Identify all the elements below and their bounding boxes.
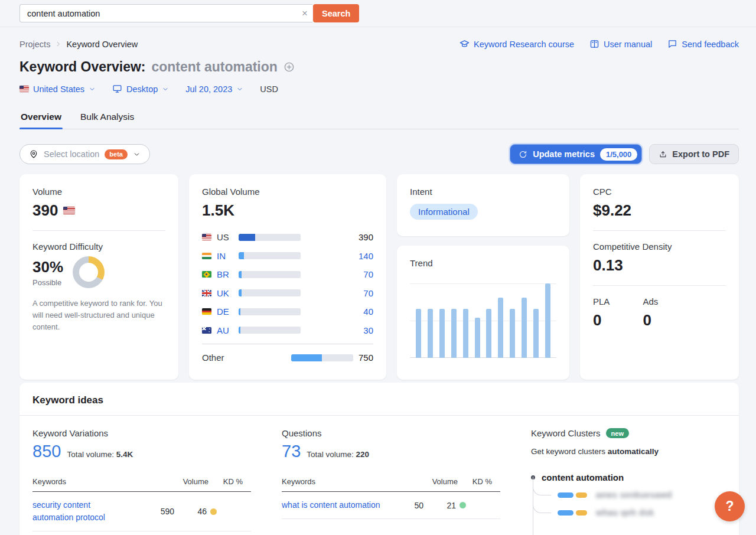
country-volume-value[interactable]: 40 — [363, 306, 373, 317]
breadcrumb-current: Keyword Overview — [66, 40, 138, 49]
keyword-link[interactable]: security content automation protocol — [32, 499, 132, 524]
total-volume-label: Total volume: — [307, 450, 354, 459]
cpc-card: CPC $9.22 Competitive Density 0.13 PLA 0… — [580, 174, 739, 380]
intent-label: Intent — [410, 187, 556, 197]
user-manual-link[interactable]: User manual — [589, 39, 652, 49]
column-header-keywords: Keywords — [32, 477, 166, 486]
cluster-child: whau qeh dsk — [558, 504, 721, 521]
table-row: what is content automation 50 21 — [282, 492, 500, 519]
country-code-link[interactable]: BR — [217, 269, 233, 279]
search-button[interactable]: Search — [313, 4, 359, 22]
keyword-variations-count[interactable]: 850 — [32, 442, 61, 461]
global-volume-card: Global Volume 1.5K US 390 IN 140 BR — [189, 174, 386, 380]
cluster-bar-icon — [558, 510, 587, 516]
country-volume-value[interactable]: 30 — [363, 325, 373, 335]
keyword-ideas-panel: Keyword ideas Keyword Variations 850 Tot… — [19, 383, 739, 535]
country-volume-value[interactable]: 70 — [363, 269, 373, 279]
global-volume-label: Global Volume — [202, 187, 373, 197]
location-filter-label: United States — [33, 84, 84, 94]
column-header-kd: KD % — [458, 477, 500, 486]
keyword-research-course-link[interactable]: Keyword Research course — [460, 39, 574, 49]
other-label: Other — [202, 353, 286, 363]
feedback-link-label: Send feedback — [682, 40, 739, 49]
keyword-difficulty-note: A competitive keyword to rank for. You w… — [32, 298, 165, 333]
questions-label: Questions — [282, 428, 500, 438]
cluster-child: aews senkuesawd — [558, 486, 721, 504]
volume-bar — [239, 252, 301, 259]
chevron-down-icon — [236, 86, 243, 93]
keyword-ideas-title: Keyword ideas — [19, 383, 739, 416]
intent-badge: Informational — [410, 204, 478, 220]
country-code-link[interactable]: IN — [217, 251, 233, 261]
br-flag-icon — [202, 271, 211, 278]
clear-search-icon[interactable]: × — [297, 8, 312, 19]
beta-badge: beta — [105, 149, 128, 159]
device-filter-dropdown[interactable]: Desktop — [112, 84, 169, 94]
update-metrics-label: Update metrics — [533, 149, 595, 159]
keyword-link[interactable]: what is content automation — [282, 499, 381, 511]
pla-value: 0 — [593, 311, 610, 330]
global-volume-total: 1.5K — [202, 201, 373, 220]
volume-label: Volume — [32, 187, 165, 197]
us-flag-icon — [202, 234, 211, 240]
select-location-dropdown[interactable]: Select location beta — [19, 144, 150, 164]
trend-bar — [475, 318, 480, 358]
country-code: US — [217, 232, 233, 242]
book-icon — [589, 39, 599, 49]
location-filter-dropdown[interactable]: United States — [19, 84, 96, 94]
date-filter-label: Jul 20, 2023 — [185, 84, 232, 94]
add-keyword-button[interactable] — [284, 61, 295, 73]
breadcrumb-projects-link[interactable]: Projects — [19, 40, 50, 49]
tab-overview[interactable]: Overview — [19, 108, 63, 129]
trend-bar — [428, 309, 433, 358]
volume-bar — [239, 308, 301, 315]
trend-bar — [522, 298, 527, 358]
keyword-variations-table: Keywords Volume KD % security content au… — [32, 477, 251, 531]
graduation-cap-icon — [460, 39, 470, 49]
country-volume-value[interactable]: 140 — [359, 251, 373, 261]
blurred-cluster-text: whau qeh dsk — [596, 508, 654, 517]
questions-count[interactable]: 73 — [282, 442, 301, 461]
keyword-difficulty-value: 30% — [32, 258, 63, 276]
update-metrics-button[interactable]: Update metrics 1/5,000 — [510, 144, 642, 164]
circle-plus-icon — [284, 61, 295, 73]
keyword-volume: 50 — [381, 501, 423, 510]
country-volume-row: AU 30 — [202, 321, 373, 340]
date-filter-dropdown[interactable]: Jul 20, 2023 — [185, 84, 243, 94]
kd-indicator-dot — [210, 508, 217, 515]
keyword-search-input[interactable] — [19, 4, 312, 22]
competitive-density-label: Competitive Density — [593, 242, 726, 252]
send-feedback-link[interactable]: Send feedback — [667, 39, 739, 49]
volume-bar — [239, 289, 301, 296]
column-header-kd: KD % — [208, 477, 251, 486]
trend-bar-chart — [410, 283, 556, 358]
country-code-link[interactable]: AU — [217, 325, 233, 335]
trend-label: Trend — [410, 258, 556, 268]
trend-bar — [533, 309, 539, 358]
us-flag-icon — [19, 86, 29, 92]
trend-card: Trend — [397, 246, 569, 380]
de-flag-icon — [202, 308, 211, 315]
keyword-variations-section: Keyword Variations 850 Total volume: 5.4… — [19, 416, 269, 531]
in-flag-icon — [202, 253, 211, 259]
column-header-keywords: Keywords — [282, 477, 415, 486]
trend-bar — [463, 309, 468, 358]
cluster-bar-icon — [558, 492, 587, 498]
trend-bar — [498, 298, 503, 358]
course-link-label: Keyword Research course — [474, 40, 574, 49]
help-button[interactable]: ? — [715, 491, 745, 521]
country-code-link[interactable]: UK — [217, 288, 233, 298]
volume-bar — [239, 234, 301, 241]
export-pdf-button[interactable]: Export to PDF — [649, 144, 739, 164]
device-filter-label: Desktop — [126, 84, 158, 94]
volume-value: 390 — [32, 201, 58, 220]
country-volume-value[interactable]: 70 — [363, 288, 373, 298]
column-header-volume: Volume — [415, 477, 458, 486]
keyword-difficulty-donut — [73, 256, 105, 288]
keyword-clusters-label: Keyword Clusters — [531, 428, 601, 438]
tab-bulk-analysis[interactable]: Bulk Analysis — [79, 108, 135, 129]
divider — [593, 230, 726, 231]
total-volume-value: 220 — [356, 450, 370, 459]
table-row: security content automation protocol 590… — [32, 492, 251, 531]
country-code-link[interactable]: DE — [217, 306, 233, 317]
